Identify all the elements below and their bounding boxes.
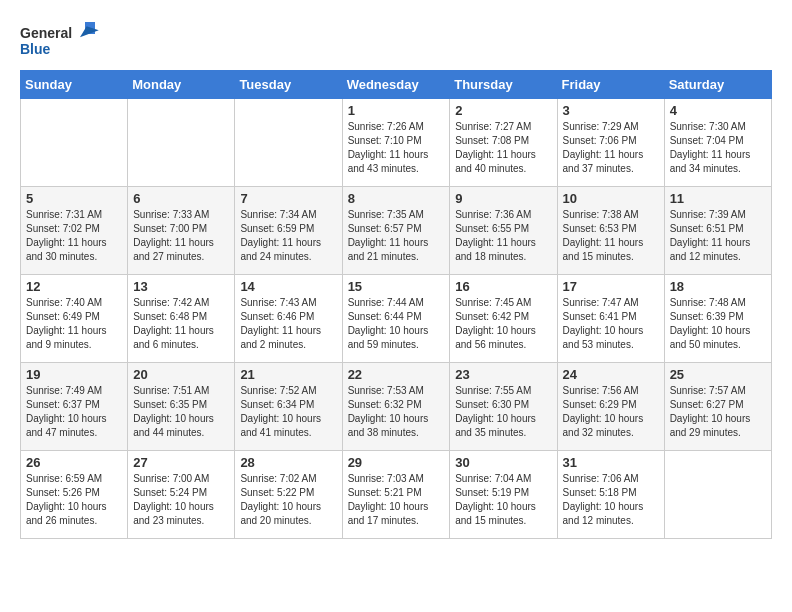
- day-number: 26: [26, 455, 122, 470]
- day-cell-10: 10Sunrise: 7:38 AM Sunset: 6:53 PM Dayli…: [557, 187, 664, 275]
- day-number: 18: [670, 279, 766, 294]
- day-number: 16: [455, 279, 551, 294]
- day-number: 27: [133, 455, 229, 470]
- day-cell-19: 19Sunrise: 7:49 AM Sunset: 6:37 PM Dayli…: [21, 363, 128, 451]
- day-number: 23: [455, 367, 551, 382]
- day-cell-15: 15Sunrise: 7:44 AM Sunset: 6:44 PM Dayli…: [342, 275, 450, 363]
- day-info: Sunrise: 6:59 AM Sunset: 5:26 PM Dayligh…: [26, 472, 122, 528]
- day-number: 9: [455, 191, 551, 206]
- day-cell-13: 13Sunrise: 7:42 AM Sunset: 6:48 PM Dayli…: [128, 275, 235, 363]
- day-cell-9: 9Sunrise: 7:36 AM Sunset: 6:55 PM Daylig…: [450, 187, 557, 275]
- day-cell-30: 30Sunrise: 7:04 AM Sunset: 5:19 PM Dayli…: [450, 451, 557, 539]
- week-row-1: 5Sunrise: 7:31 AM Sunset: 7:02 PM Daylig…: [21, 187, 772, 275]
- day-number: 6: [133, 191, 229, 206]
- day-info: Sunrise: 7:06 AM Sunset: 5:18 PM Dayligh…: [563, 472, 659, 528]
- day-info: Sunrise: 7:31 AM Sunset: 7:02 PM Dayligh…: [26, 208, 122, 264]
- week-row-4: 26Sunrise: 6:59 AM Sunset: 5:26 PM Dayli…: [21, 451, 772, 539]
- day-info: Sunrise: 7:36 AM Sunset: 6:55 PM Dayligh…: [455, 208, 551, 264]
- day-info: Sunrise: 7:39 AM Sunset: 6:51 PM Dayligh…: [670, 208, 766, 264]
- day-number: 8: [348, 191, 445, 206]
- day-number: 30: [455, 455, 551, 470]
- day-info: Sunrise: 7:27 AM Sunset: 7:08 PM Dayligh…: [455, 120, 551, 176]
- day-number: 10: [563, 191, 659, 206]
- day-number: 25: [670, 367, 766, 382]
- day-cell-4: 4Sunrise: 7:30 AM Sunset: 7:04 PM Daylig…: [664, 99, 771, 187]
- day-cell-6: 6Sunrise: 7:33 AM Sunset: 7:00 PM Daylig…: [128, 187, 235, 275]
- day-info: Sunrise: 7:04 AM Sunset: 5:19 PM Dayligh…: [455, 472, 551, 528]
- header-friday: Friday: [557, 71, 664, 99]
- day-info: Sunrise: 7:38 AM Sunset: 6:53 PM Dayligh…: [563, 208, 659, 264]
- day-cell-22: 22Sunrise: 7:53 AM Sunset: 6:32 PM Dayli…: [342, 363, 450, 451]
- day-info: Sunrise: 7:51 AM Sunset: 6:35 PM Dayligh…: [133, 384, 229, 440]
- day-info: Sunrise: 7:53 AM Sunset: 6:32 PM Dayligh…: [348, 384, 445, 440]
- day-cell-21: 21Sunrise: 7:52 AM Sunset: 6:34 PM Dayli…: [235, 363, 342, 451]
- week-row-3: 19Sunrise: 7:49 AM Sunset: 6:37 PM Dayli…: [21, 363, 772, 451]
- day-number: 7: [240, 191, 336, 206]
- day-cell-18: 18Sunrise: 7:48 AM Sunset: 6:39 PM Dayli…: [664, 275, 771, 363]
- day-info: Sunrise: 7:00 AM Sunset: 5:24 PM Dayligh…: [133, 472, 229, 528]
- day-cell-31: 31Sunrise: 7:06 AM Sunset: 5:18 PM Dayli…: [557, 451, 664, 539]
- week-row-0: 1Sunrise: 7:26 AM Sunset: 7:10 PM Daylig…: [21, 99, 772, 187]
- logo-icon: General Blue: [20, 20, 100, 60]
- day-cell-16: 16Sunrise: 7:45 AM Sunset: 6:42 PM Dayli…: [450, 275, 557, 363]
- day-cell-14: 14Sunrise: 7:43 AM Sunset: 6:46 PM Dayli…: [235, 275, 342, 363]
- day-number: 29: [348, 455, 445, 470]
- day-number: 5: [26, 191, 122, 206]
- day-info: Sunrise: 7:52 AM Sunset: 6:34 PM Dayligh…: [240, 384, 336, 440]
- day-info: Sunrise: 7:30 AM Sunset: 7:04 PM Dayligh…: [670, 120, 766, 176]
- day-info: Sunrise: 7:45 AM Sunset: 6:42 PM Dayligh…: [455, 296, 551, 352]
- header-saturday: Saturday: [664, 71, 771, 99]
- day-info: Sunrise: 7:29 AM Sunset: 7:06 PM Dayligh…: [563, 120, 659, 176]
- empty-cell: [21, 99, 128, 187]
- day-number: 15: [348, 279, 445, 294]
- empty-cell: [664, 451, 771, 539]
- day-cell-8: 8Sunrise: 7:35 AM Sunset: 6:57 PM Daylig…: [342, 187, 450, 275]
- day-number: 2: [455, 103, 551, 118]
- day-header-row: SundayMondayTuesdayWednesdayThursdayFrid…: [21, 71, 772, 99]
- day-cell-17: 17Sunrise: 7:47 AM Sunset: 6:41 PM Dayli…: [557, 275, 664, 363]
- day-cell-29: 29Sunrise: 7:03 AM Sunset: 5:21 PM Dayli…: [342, 451, 450, 539]
- page-header: General Blue: [20, 20, 772, 60]
- day-info: Sunrise: 7:57 AM Sunset: 6:27 PM Dayligh…: [670, 384, 766, 440]
- calendar-table: SundayMondayTuesdayWednesdayThursdayFrid…: [20, 70, 772, 539]
- day-number: 3: [563, 103, 659, 118]
- day-cell-24: 24Sunrise: 7:56 AM Sunset: 6:29 PM Dayli…: [557, 363, 664, 451]
- day-info: Sunrise: 7:03 AM Sunset: 5:21 PM Dayligh…: [348, 472, 445, 528]
- day-number: 19: [26, 367, 122, 382]
- svg-text:Blue: Blue: [20, 41, 51, 57]
- day-cell-7: 7Sunrise: 7:34 AM Sunset: 6:59 PM Daylig…: [235, 187, 342, 275]
- day-cell-3: 3Sunrise: 7:29 AM Sunset: 7:06 PM Daylig…: [557, 99, 664, 187]
- day-cell-27: 27Sunrise: 7:00 AM Sunset: 5:24 PM Dayli…: [128, 451, 235, 539]
- day-info: Sunrise: 7:55 AM Sunset: 6:30 PM Dayligh…: [455, 384, 551, 440]
- day-info: Sunrise: 7:47 AM Sunset: 6:41 PM Dayligh…: [563, 296, 659, 352]
- header-tuesday: Tuesday: [235, 71, 342, 99]
- day-number: 17: [563, 279, 659, 294]
- day-number: 12: [26, 279, 122, 294]
- header-monday: Monday: [128, 71, 235, 99]
- day-info: Sunrise: 7:42 AM Sunset: 6:48 PM Dayligh…: [133, 296, 229, 352]
- day-info: Sunrise: 7:02 AM Sunset: 5:22 PM Dayligh…: [240, 472, 336, 528]
- day-info: Sunrise: 7:26 AM Sunset: 7:10 PM Dayligh…: [348, 120, 445, 176]
- day-number: 24: [563, 367, 659, 382]
- day-info: Sunrise: 7:35 AM Sunset: 6:57 PM Dayligh…: [348, 208, 445, 264]
- day-cell-23: 23Sunrise: 7:55 AM Sunset: 6:30 PM Dayli…: [450, 363, 557, 451]
- empty-cell: [128, 99, 235, 187]
- day-number: 31: [563, 455, 659, 470]
- day-info: Sunrise: 7:48 AM Sunset: 6:39 PM Dayligh…: [670, 296, 766, 352]
- day-info: Sunrise: 7:43 AM Sunset: 6:46 PM Dayligh…: [240, 296, 336, 352]
- week-row-2: 12Sunrise: 7:40 AM Sunset: 6:49 PM Dayli…: [21, 275, 772, 363]
- day-info: Sunrise: 7:44 AM Sunset: 6:44 PM Dayligh…: [348, 296, 445, 352]
- day-number: 4: [670, 103, 766, 118]
- day-cell-2: 2Sunrise: 7:27 AM Sunset: 7:08 PM Daylig…: [450, 99, 557, 187]
- header-thursday: Thursday: [450, 71, 557, 99]
- day-cell-12: 12Sunrise: 7:40 AM Sunset: 6:49 PM Dayli…: [21, 275, 128, 363]
- day-cell-20: 20Sunrise: 7:51 AM Sunset: 6:35 PM Dayli…: [128, 363, 235, 451]
- svg-text:General: General: [20, 25, 72, 41]
- day-cell-25: 25Sunrise: 7:57 AM Sunset: 6:27 PM Dayli…: [664, 363, 771, 451]
- day-cell-1: 1Sunrise: 7:26 AM Sunset: 7:10 PM Daylig…: [342, 99, 450, 187]
- day-number: 22: [348, 367, 445, 382]
- day-info: Sunrise: 7:56 AM Sunset: 6:29 PM Dayligh…: [563, 384, 659, 440]
- day-cell-5: 5Sunrise: 7:31 AM Sunset: 7:02 PM Daylig…: [21, 187, 128, 275]
- day-cell-26: 26Sunrise: 6:59 AM Sunset: 5:26 PM Dayli…: [21, 451, 128, 539]
- day-number: 21: [240, 367, 336, 382]
